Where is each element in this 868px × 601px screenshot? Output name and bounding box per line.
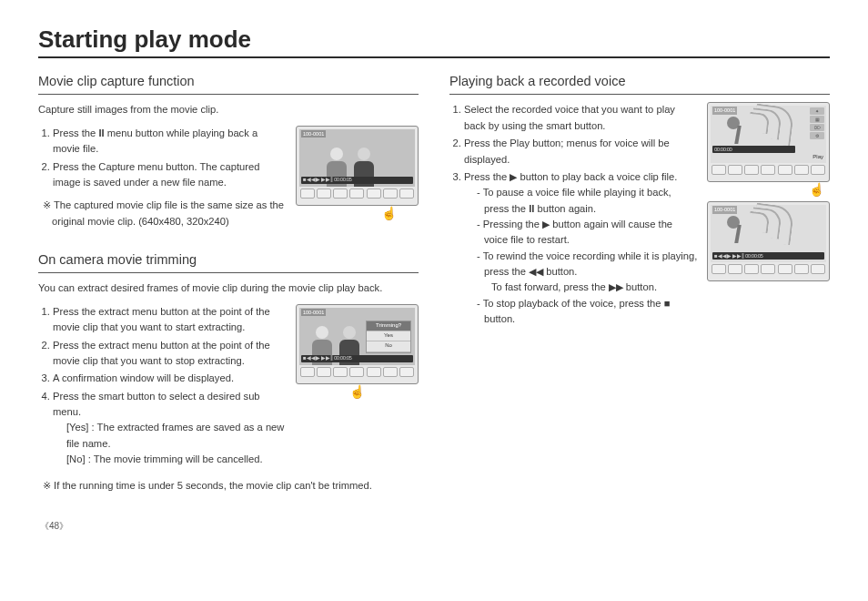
page-number: 《48》: [40, 520, 830, 533]
option-yes: [Yes] : The extracted frames are saved a…: [66, 420, 287, 452]
step-item: Select the recorded voice that you want …: [464, 102, 698, 134]
step-item: Press the smart button to select a desir…: [53, 389, 287, 468]
note-text: ※ If the running time is under 5 seconds…: [43, 478, 419, 494]
note-text: ※ The captured movie clip file is the sa…: [43, 198, 287, 229]
steps-list: Press the extract menu button at the poi…: [38, 304, 287, 468]
microphone-icon: [727, 117, 749, 148]
section-voice-playback: Playing back a recorded voice Select the…: [449, 71, 830, 335]
lcd-clip-id: 100-0001: [301, 130, 326, 138]
lcd-clip-id: 100-0001: [301, 309, 326, 317]
pointer-icon: ☝: [359, 207, 419, 219]
section-heading: Playing back a recorded voice: [449, 71, 830, 95]
substep: - To stop playback of the voice, press t…: [477, 296, 698, 328]
steps-list: Press the II menu button while playing b…: [38, 126, 287, 190]
right-icon-stack: ✦▦⌦⚙: [810, 107, 824, 139]
substep: - To pause a voice file while playing it…: [477, 185, 698, 217]
lcd-illustration-voice: 100-0001 ✦▦⌦⚙ Play 00:00:00: [707, 102, 830, 284]
step-item: Press the Play button; menus for voice w…: [464, 136, 698, 168]
step-item: A confirmation window will be displayed.: [53, 371, 287, 386]
section-movie-capture: Movie clip capture function Capture stil…: [38, 71, 419, 233]
microphone-icon: [727, 216, 749, 247]
lcd-illustration-capture: 100-0001 ■ ◀◀ ▶ ▶▶ ‖ 00:00:05: [296, 126, 419, 219]
pointer-icon: ☝: [802, 183, 830, 196]
trim-dialog: Trimming? Yes No: [366, 321, 411, 353]
substep: - To rewind the voice recording while it…: [477, 249, 698, 296]
step-item: Press the Capture menu button. The captu…: [53, 159, 287, 191]
section-heading: Movie clip capture function: [38, 71, 419, 95]
step-item: Press the extract menu button at the poi…: [53, 304, 287, 336]
intro-text: You can extract desired frames of movie …: [38, 280, 419, 296]
lcd-illustration-trimming: 100-0001 Trimming? Yes No: [296, 304, 419, 398]
section-trimming: On camera movie trimming You can extract…: [38, 250, 419, 494]
pointer-icon: ☝: [296, 385, 419, 398]
play-label: Play: [812, 153, 823, 161]
steps-list: Select the recorded voice that you want …: [449, 102, 698, 327]
lcd-clip-id: 100-0001: [712, 206, 737, 214]
left-column: Movie clip capture function Capture stil…: [38, 71, 419, 511]
section-heading: On camera movie trimming: [38, 250, 419, 273]
step-item: Press the ▶ button to play back a voice …: [464, 169, 698, 328]
step-item: Press the II menu button while playing b…: [53, 126, 287, 158]
option-no: [No] : The movie trimming will be cancel…: [66, 452, 287, 467]
step-item: Press the extract menu button at the poi…: [53, 338, 287, 370]
lcd-clip-id: 100-0001: [712, 107, 737, 115]
page-title: Starting play mode: [38, 25, 830, 58]
right-column: Playing back a recorded voice Select the…: [449, 71, 830, 511]
substep: - Pressing the ▶ button again will cause…: [477, 217, 698, 249]
intro-text: Capture still images from the movie clip…: [38, 102, 419, 117]
